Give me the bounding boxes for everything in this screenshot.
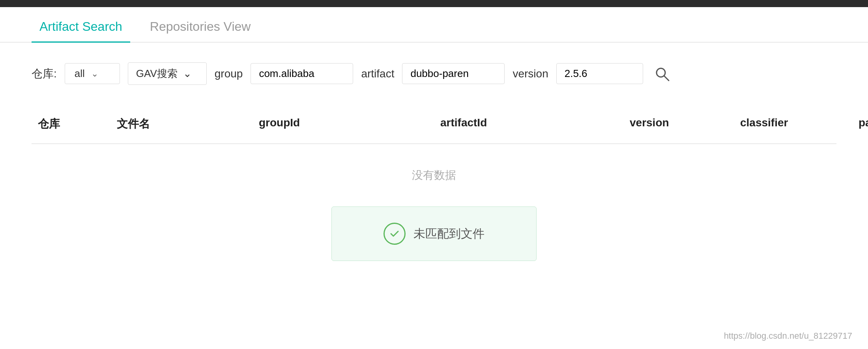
col-artifactid: artifactId	[434, 113, 623, 135]
table-header: 仓库 文件名 groupId artifactId version classi…	[32, 105, 836, 144]
svg-line-1	[664, 76, 669, 81]
col-classifier: classifier	[734, 113, 852, 135]
artifact-input[interactable]	[402, 63, 505, 84]
col-filename: 文件名	[110, 113, 253, 135]
tabs-container: Artifact Search Repositories View	[0, 7, 868, 43]
col-packaging: packaging	[852, 113, 868, 135]
search-button[interactable]	[651, 63, 673, 85]
version-input[interactable]	[556, 63, 643, 84]
no-match-card: 未匹配到文件	[331, 206, 537, 261]
group-input[interactable]	[251, 63, 353, 84]
search-bar: 仓库: all ⌄ GAV搜索 ⌄ group artifact version	[0, 43, 868, 105]
warehouse-dropdown[interactable]: all ⌄	[65, 63, 120, 84]
col-warehouse: 仓库	[32, 113, 110, 135]
check-circle-icon	[383, 223, 406, 245]
no-match-container: 未匹配到文件	[32, 191, 836, 277]
table-container: 仓库 文件名 groupId artifactId version classi…	[0, 105, 868, 277]
warehouse-value: all	[75, 68, 85, 80]
no-match-text: 未匹配到文件	[413, 226, 485, 242]
search-type-chevron-icon: ⌄	[183, 68, 192, 80]
version-label: version	[513, 68, 548, 80]
tab-artifact-search[interactable]: Artifact Search	[32, 19, 130, 42]
watermark: https://blog.csdn.net/u_81229717	[724, 331, 852, 341]
col-groupid: groupId	[253, 113, 434, 135]
search-type-dropdown[interactable]: GAV搜索 ⌄	[128, 62, 207, 85]
tab-repositories-view[interactable]: Repositories View	[142, 19, 259, 42]
col-version: version	[623, 113, 734, 135]
search-icon	[654, 66, 670, 82]
warehouse-label: 仓库:	[32, 66, 57, 81]
warehouse-chevron-icon: ⌄	[91, 69, 98, 79]
top-bar	[0, 0, 868, 7]
search-type-value: GAV搜索	[136, 67, 178, 81]
artifact-label: artifact	[361, 68, 394, 80]
empty-text: 没有数据	[32, 144, 836, 191]
group-label: group	[215, 68, 243, 80]
